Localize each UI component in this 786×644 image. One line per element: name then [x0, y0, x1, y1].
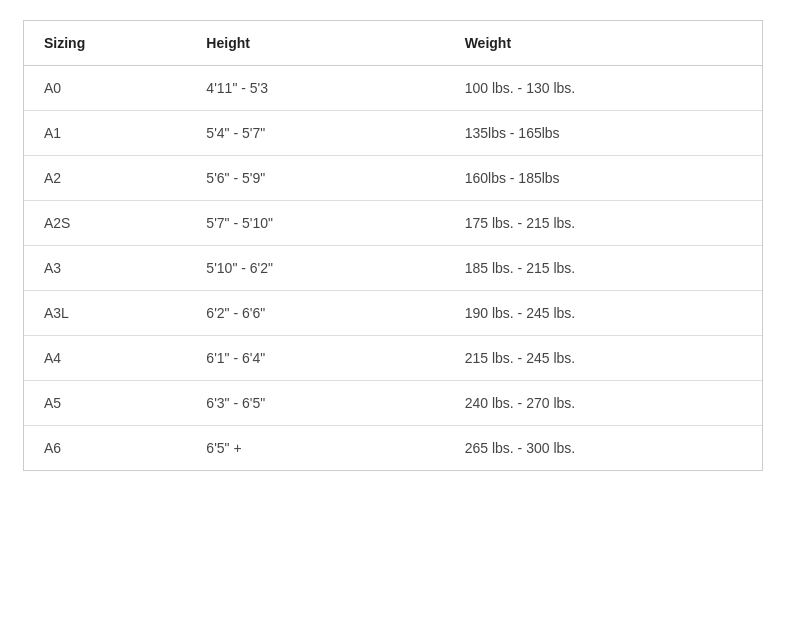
table-header-row: Sizing Height Weight	[24, 21, 762, 66]
cell-sizing: A6	[24, 426, 186, 471]
cell-weight: 185 lbs. - 215 lbs.	[445, 246, 762, 291]
cell-sizing: A3L	[24, 291, 186, 336]
cell-sizing: A5	[24, 381, 186, 426]
cell-height: 6'5" +	[186, 426, 444, 471]
cell-weight: 240 lbs. - 270 lbs.	[445, 381, 762, 426]
cell-weight: 160lbs - 185lbs	[445, 156, 762, 201]
table-row: A15'4" - 5'7"135lbs - 165lbs	[24, 111, 762, 156]
cell-height: 6'3" - 6'5"	[186, 381, 444, 426]
header-sizing: Sizing	[24, 21, 186, 66]
cell-weight: 135lbs - 165lbs	[445, 111, 762, 156]
table-row: A35'10" - 6'2"185 lbs. - 215 lbs.	[24, 246, 762, 291]
cell-weight: 175 lbs. - 215 lbs.	[445, 201, 762, 246]
cell-height: 4'11" - 5'3	[186, 66, 444, 111]
cell-sizing: A0	[24, 66, 186, 111]
table-row: A3L6'2" - 6'6"190 lbs. - 245 lbs.	[24, 291, 762, 336]
cell-height: 5'6" - 5'9"	[186, 156, 444, 201]
header-weight: Weight	[445, 21, 762, 66]
cell-sizing: A2	[24, 156, 186, 201]
cell-sizing: A2S	[24, 201, 186, 246]
cell-weight: 215 lbs. - 245 lbs.	[445, 336, 762, 381]
cell-height: 5'4" - 5'7"	[186, 111, 444, 156]
cell-sizing: A1	[24, 111, 186, 156]
cell-height: 6'1" - 6'4"	[186, 336, 444, 381]
cell-height: 5'7" - 5'10"	[186, 201, 444, 246]
cell-height: 6'2" - 6'6"	[186, 291, 444, 336]
table-row: A2S5'7" - 5'10"175 lbs. - 215 lbs.	[24, 201, 762, 246]
sizing-table-container: Sizing Height Weight A04'11" - 5'3100 lb…	[23, 20, 763, 471]
table-row: A66'5" +265 lbs. - 300 lbs.	[24, 426, 762, 471]
cell-weight: 265 lbs. - 300 lbs.	[445, 426, 762, 471]
cell-sizing: A3	[24, 246, 186, 291]
cell-sizing: A4	[24, 336, 186, 381]
table-row: A04'11" - 5'3100 lbs. - 130 lbs.	[24, 66, 762, 111]
table-row: A25'6" - 5'9"160lbs - 185lbs	[24, 156, 762, 201]
cell-height: 5'10" - 6'2"	[186, 246, 444, 291]
header-height: Height	[186, 21, 444, 66]
table-row: A56'3" - 6'5"240 lbs. - 270 lbs.	[24, 381, 762, 426]
cell-weight: 100 lbs. - 130 lbs.	[445, 66, 762, 111]
table-row: A46'1" - 6'4"215 lbs. - 245 lbs.	[24, 336, 762, 381]
cell-weight: 190 lbs. - 245 lbs.	[445, 291, 762, 336]
sizing-table: Sizing Height Weight A04'11" - 5'3100 lb…	[24, 21, 762, 470]
